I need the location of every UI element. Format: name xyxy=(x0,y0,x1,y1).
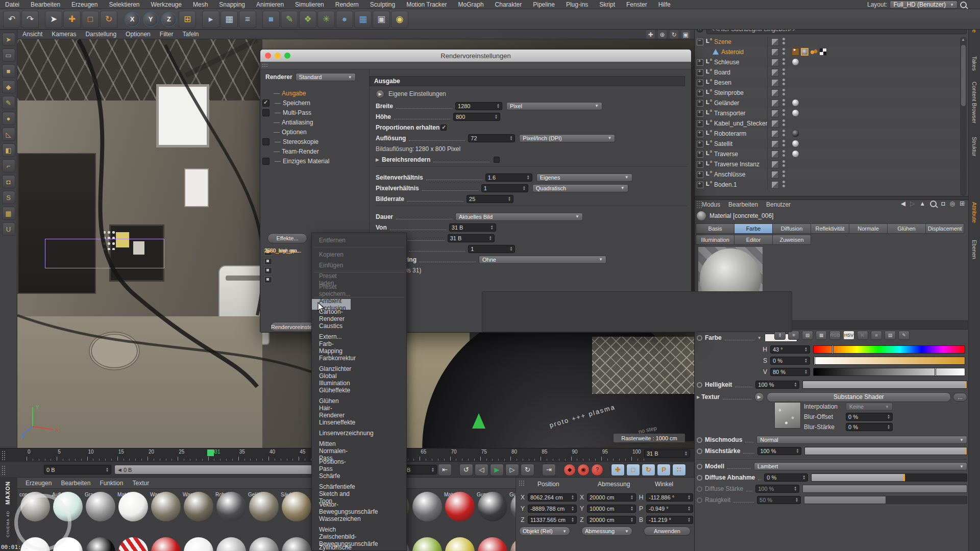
visibility-toggle[interactable] xyxy=(771,89,779,97)
z-axis-lock-icon[interactable]: Z xyxy=(161,12,177,27)
material-thumb[interactable] xyxy=(444,536,476,551)
drag-grip[interactable] xyxy=(1,465,6,475)
pen-tool-icon[interactable]: ✎ xyxy=(2,96,15,109)
scale-tool-icon[interactable]: □ xyxy=(82,11,99,28)
object-row[interactable]: Traverse Instanz xyxy=(696,159,968,169)
edges-mode-icon[interactable]: ◺ xyxy=(2,128,15,141)
material-thumb[interactable] xyxy=(411,536,443,551)
rgb-mode-button[interactable]: RGB xyxy=(829,331,841,340)
expander-icon[interactable] xyxy=(697,69,703,76)
renderer-dropdown[interactable]: Standard▼ xyxy=(296,73,356,81)
viewport-menu-item[interactable]: Filter xyxy=(160,31,174,38)
camera-icon[interactable]: ▣ xyxy=(373,11,390,28)
expander-icon[interactable] xyxy=(697,141,703,147)
object-row[interactable]: Kabel_und_Stecker xyxy=(696,118,968,129)
previous-frame-button[interactable]: ◁ xyxy=(475,464,488,476)
axis-mode-icon[interactable]: ⌐ xyxy=(2,159,15,172)
interpolation-dropdown[interactable]: Keine▼ xyxy=(846,403,893,411)
material-thumb[interactable] xyxy=(411,491,443,498)
mat-light-tag[interactable] xyxy=(792,109,799,117)
position-y-field[interactable]: -8889.788 cm▲▼ xyxy=(528,505,577,513)
settings-section[interactable]: Multi-Pass xyxy=(262,108,366,117)
points-mode-icon[interactable]: ● xyxy=(2,112,15,125)
diffuse-falloff-field[interactable]: 0 %▲▼ xyxy=(764,473,808,482)
menubar-item[interactable]: MoGraph xyxy=(458,1,484,8)
add-cube-icon[interactable]: ■ xyxy=(262,11,280,28)
value-field[interactable]: 1▲▼ xyxy=(481,184,528,192)
value-slider[interactable] xyxy=(813,368,965,376)
visibility-toggle[interactable] xyxy=(771,181,779,189)
key-pla-button[interactable]: ∷ xyxy=(672,464,686,476)
field-icon[interactable]: ▦ xyxy=(354,11,372,28)
value-field[interactable]: 72▲▼ xyxy=(468,134,515,142)
effects-menu-item[interactable]: Zylindrische Linse xyxy=(312,545,351,551)
blur-offset-field[interactable]: 0 %▲▼ xyxy=(846,413,893,421)
shading-model-dropdown[interactable]: Lambert▼ xyxy=(754,462,967,470)
texture-thumbnail[interactable] xyxy=(774,402,801,429)
workplane-icon[interactable]: ▦ xyxy=(2,207,15,220)
object-row[interactable]: Steinprobe xyxy=(696,88,968,98)
animation-dot-icon[interactable] xyxy=(697,437,702,443)
polygons-mode-icon[interactable]: ◧ xyxy=(2,143,15,157)
animation-dot-icon[interactable] xyxy=(697,475,702,481)
position-z-field[interactable]: 11337.565 cm▲▼ xyxy=(528,516,577,524)
visibility-toggle[interactable] xyxy=(771,161,779,168)
menubar-item[interactable]: Mesh xyxy=(193,1,208,8)
checkbox[interactable] xyxy=(494,157,500,163)
key-parameter-button[interactable]: P xyxy=(657,464,671,476)
effects-menu-item[interactable]: Vektor-Bewegungsunschärfe xyxy=(312,503,351,513)
material-menu-item[interactable]: Funktion xyxy=(100,480,123,487)
material-thumb[interactable]: Rohr xyxy=(215,491,247,498)
settings-section[interactable]: Speichern xyxy=(262,98,366,108)
live-selection-icon[interactable]: ➤ xyxy=(45,11,62,28)
object-row[interactable]: Traverse xyxy=(696,149,968,159)
visibility-toggle[interactable] xyxy=(771,130,779,138)
material-thumb[interactable] xyxy=(52,536,84,551)
rotation-h-field[interactable]: -112.886 °▲▼ xyxy=(646,493,693,502)
texture-shader-button[interactable]: Substance Shader xyxy=(767,392,951,402)
play-reverse-button[interactable]: ↺ xyxy=(459,464,473,476)
expander-icon[interactable]: ▶ xyxy=(376,157,381,162)
rotate-tool-icon[interactable]: ↻ xyxy=(100,11,117,28)
value-field[interactable]: 1280▲▼ xyxy=(455,102,502,110)
mat-light-tag[interactable] xyxy=(792,58,799,66)
material-menu-item[interactable]: Erzeugen xyxy=(26,480,52,487)
search-icon[interactable] xyxy=(930,201,937,207)
drag-grip[interactable] xyxy=(518,480,524,487)
key-scale-button[interactable]: □ xyxy=(626,464,640,476)
settings-section[interactable]: Ausgabe xyxy=(262,88,366,98)
visibility-dots[interactable] xyxy=(782,38,785,40)
settings-section[interactable]: Team-Render xyxy=(262,146,366,156)
mixer-icon[interactable]: ▤ xyxy=(885,331,896,340)
drag-grip[interactable] xyxy=(261,63,267,68)
object-row[interactable]: Besen xyxy=(696,78,968,88)
material-tab[interactable]: Glühen xyxy=(887,223,926,234)
texture-tag[interactable] xyxy=(801,48,808,56)
layout-dropdown[interactable]: Full_HD (Benutzer)▼ xyxy=(890,1,958,9)
menubar-item[interactable]: Datei xyxy=(5,1,19,8)
apply-button[interactable]: Anwenden xyxy=(644,527,691,536)
key-position-button[interactable]: ✚ xyxy=(611,464,625,476)
visibility-toggle[interactable] xyxy=(771,171,779,179)
size-mode-dropdown[interactable]: Abmessung▼ xyxy=(581,527,632,536)
visibility-dots[interactable] xyxy=(782,68,785,71)
expander-icon[interactable] xyxy=(697,171,703,178)
expander-icon[interactable] xyxy=(697,39,703,45)
effects-menu-item[interactable]: Wasserzeichen xyxy=(312,513,351,524)
expander-icon[interactable] xyxy=(697,90,703,96)
material-tab[interactable]: Displacement xyxy=(925,223,964,234)
viewport-menu-item[interactable]: Tafeln xyxy=(182,31,199,38)
expander-icon[interactable] xyxy=(697,59,703,66)
dropdown[interactable]: Quadratisch▼ xyxy=(532,184,628,192)
visibility-dots[interactable] xyxy=(782,89,785,91)
section-checkbox[interactable] xyxy=(262,109,270,116)
expander-icon[interactable]: ▶ xyxy=(697,395,700,399)
stepper-icon[interactable]: ▲▼ xyxy=(523,186,526,191)
expander-icon[interactable] xyxy=(697,110,703,117)
effects-menu-item[interactable]: Einfügen xyxy=(312,260,351,270)
menubar-item[interactable]: Rendern xyxy=(335,1,359,8)
y-axis-lock-icon[interactable]: Y xyxy=(143,12,158,27)
viewport-menu-item[interactable]: Ansicht xyxy=(22,31,42,38)
menubar-item[interactable]: Werkzeuge xyxy=(151,1,181,8)
eyedropper-icon[interactable]: ✎ xyxy=(898,331,910,340)
